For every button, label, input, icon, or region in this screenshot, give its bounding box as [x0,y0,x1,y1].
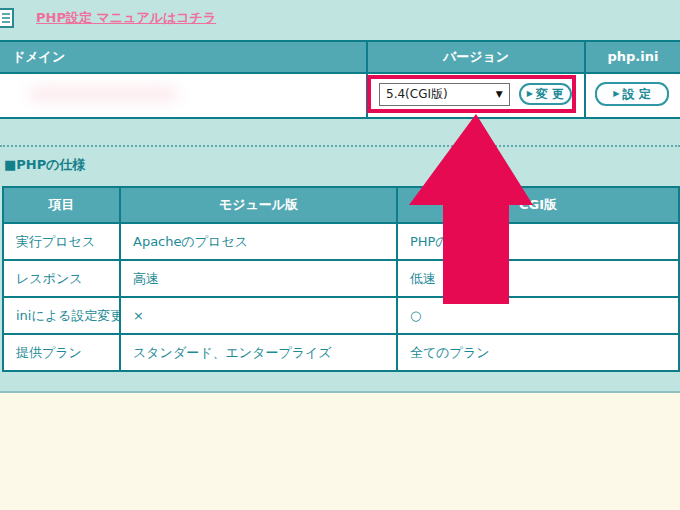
module-column-header: モジュール版 [121,188,398,222]
redacted-domain-value [28,86,178,102]
spec-cgi-value: 全てのプラン [398,335,678,370]
table-row: 提供プラン スタンダード、エンタープライズ 全てのプラン [4,335,678,372]
spec-item-label: レスポンス [4,261,121,296]
spec-module-value: Apacheのプロセス [121,224,398,259]
version-highlight-box: 5.4(CGI版) ▼ ▶ 変 更 [367,75,576,113]
php-spec-table: 項目 モジュール版 CGI版 実行プロセス Apacheのプロセス PHPのプロ… [2,186,680,372]
domain-table-header-row: ドメイン バージョン php.ini [0,42,680,74]
change-button-label: 変 更 [536,86,564,103]
domain-version-table: ドメイン バージョン php.ini [0,40,680,119]
spec-table-header-row: 項目 モジュール版 CGI版 [4,188,678,224]
dotted-separator [0,145,680,147]
php-version-selected-value: 5.4(CGI版) [386,86,448,103]
spec-module-value: スタンダード、エンタープライズ [121,335,398,370]
settings-button-label: 設 定 [622,86,650,103]
domain-column-header: ドメイン [0,42,368,72]
php-version-select[interactable]: 5.4(CGI版) ▼ [379,83,510,106]
button-arrow-icon: ▶ [613,90,619,98]
version-column-header: バージョン [368,42,586,72]
php-settings-page: PHP設定 マニュアルはコチラ ドメイン バージョン php.ini 5.4(C… [0,0,680,510]
change-version-button[interactable]: ▶ 変 更 [519,83,572,105]
page-header: PHP設定 マニュアルはコチラ [0,6,680,30]
spec-item-label: 提供プラン [4,335,121,370]
select-caret-icon: ▼ [496,89,503,99]
spec-cgi-value: ○ [398,298,678,333]
item-column-header: 項目 [4,188,121,222]
notebook-icon [0,7,15,29]
spec-cgi-value: PHPのプロセス [398,224,678,259]
table-row: iniによる設定変更 × ○ [4,298,678,335]
table-row: 実行プロセス Apacheのプロセス PHPのプロセス [4,224,678,261]
cgi-column-header: CGI版 [398,188,678,222]
spec-item-label: iniによる設定変更 [4,298,121,333]
php-settings-manual-link[interactable]: PHP設定 マニュアルはコチラ [36,9,216,27]
php-spec-section-title: ■PHPの仕様 [4,156,86,174]
phpini-column-header: php.ini [586,42,680,72]
spec-module-value: × [121,298,398,333]
button-arrow-icon: ▶ [527,90,533,98]
phpini-settings-button[interactable]: ▶ 設 定 [595,82,669,106]
table-row: レスポンス 高速 低速 [4,261,678,298]
spec-item-label: 実行プロセス [4,224,121,259]
spec-module-value: 高速 [121,261,398,296]
spec-cgi-value: 低速 [398,261,678,296]
next-section-background [0,391,680,510]
